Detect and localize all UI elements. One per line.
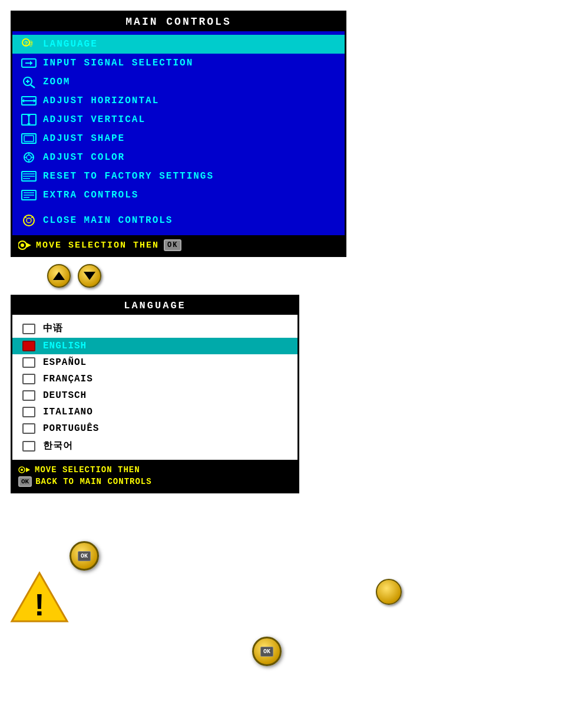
menu-item-color-label: ADJUST COLOR [43, 152, 125, 163]
svg-marker-5 [30, 61, 32, 65]
svg-line-36 [25, 216, 27, 218]
svg-point-39 [21, 243, 24, 247]
input-icon [18, 57, 39, 70]
main-controls-panel: MAIN CONTROLS ? @ LANGUAGE [11, 11, 346, 257]
arrow-up-icon [53, 272, 65, 280]
lang-icon-spanish [21, 357, 37, 368]
right-arrow-up-button[interactable] [376, 579, 402, 605]
language-icon: ? @ [18, 38, 39, 51]
lang-label-german: DEUTSCH [43, 390, 87, 401]
lang-footer-move-text: MOVE SELECTION THEN [35, 465, 140, 475]
lang-label-portuguese: PORTUGUÊS [43, 423, 99, 434]
svg-line-37 [31, 216, 33, 218]
footer-text: MOVE SELECTION THEN [36, 241, 159, 251]
arrow-down-button[interactable] [78, 264, 101, 288]
language-panel: LANGUAGE 中语 ENGLISH ESPAÑOL [11, 295, 299, 493]
lang-label-spanish: ESPAÑOL [43, 357, 87, 368]
lang-item-german[interactable]: DEUTSCH [12, 387, 297, 404]
warning-triangle-icon: ! [9, 571, 70, 624]
ok-badge: OK [164, 239, 181, 251]
svg-point-35 [27, 218, 31, 223]
menu-item-zoom-label: ZOOM [43, 77, 70, 87]
menu-item-adjust-color[interactable]: ADJUST COLOR [12, 148, 345, 167]
lang-icon-italian [21, 407, 37, 417]
arrow-down-icon [84, 272, 95, 280]
main-panel-footer: MOVE SELECTION THEN OK [12, 235, 345, 255]
bottom-ok-button[interactable]: OK [70, 541, 99, 571]
language-panel-title: LANGUAGE [12, 297, 297, 315]
svg-point-21 [27, 155, 31, 160]
lang-icon-german [21, 390, 37, 401]
lang-item-chinese[interactable]: 中语 [12, 319, 297, 338]
vert-icon [18, 113, 39, 126]
lang-icon-chinese [21, 324, 37, 334]
horiz-icon [18, 94, 39, 107]
bottom-center-ok-button[interactable]: OK [252, 637, 282, 666]
svg-text:!: ! [34, 588, 44, 622]
close-main-controls[interactable]: CLOSE MAIN CONTROLS [12, 209, 345, 232]
warning-container: ! [9, 571, 70, 627]
main-controls-title: MAIN CONTROLS [12, 12, 345, 31]
lang-label-italian: ITALIANO [43, 407, 93, 417]
menu-item-reset-factory[interactable]: RESET TO FACTORY SETTINGS [12, 167, 345, 186]
menu-divider [12, 205, 345, 209]
close-icon [18, 214, 39, 227]
lang-item-french[interactable]: FRANÇAIS [12, 371, 297, 387]
factory-icon [18, 170, 39, 183]
lang-footer-back-text: BACK TO MAIN CONTROLS [35, 477, 151, 486]
close-main-controls-label: CLOSE MAIN CONTROLS [43, 215, 173, 226]
zoom-icon [18, 75, 39, 88]
extra-icon [18, 189, 39, 202]
menu-item-adjust-vertical[interactable]: ADJUST VERTICAL [12, 110, 345, 129]
menu-item-zoom[interactable]: ZOOM [12, 73, 345, 91]
menu-item-language[interactable]: ? @ LANGUAGE [12, 35, 345, 54]
bottom-center-ok-icon: OK [260, 647, 273, 657]
menu-item-vert-label: ADJUST VERTICAL [43, 114, 146, 125]
menu-item-adjust-shape[interactable]: ADJUST SHAPE [12, 129, 345, 148]
arrow-up-button[interactable] [47, 264, 71, 288]
lang-label-french: FRANÇAIS [43, 374, 93, 384]
lang-item-portuguese[interactable]: PORTUGUÊS [12, 420, 297, 437]
lang-footer-line2: OK BACK TO MAIN CONTROLS [18, 476, 292, 487]
lang-icon-french [21, 374, 37, 384]
svg-rect-19 [24, 136, 34, 141]
language-list: 中语 ENGLISH ESPAÑOL FRANÇAIS [12, 315, 297, 460]
shape-icon [18, 132, 39, 145]
lang-icon-english [21, 341, 37, 351]
svg-point-42 [21, 469, 23, 471]
lang-item-korean[interactable]: 한국어 [12, 437, 297, 455]
bottom-ok-icon: OK [78, 551, 91, 561]
lang-label-chinese: 中语 [43, 322, 63, 335]
svg-marker-43 [26, 467, 30, 472]
menu-item-extra[interactable]: EXTRA CONTROLS [12, 186, 345, 205]
menu-item-horiz-label: ADJUST HORIZONTAL [43, 95, 159, 106]
main-menu-items: ? @ LANGUAGE INPUT SIGNAL SELECTION [12, 31, 345, 235]
lang-item-italian[interactable]: ITALIANO [12, 404, 297, 420]
menu-item-shape-label: ADJUST SHAPE [43, 133, 125, 144]
menu-item-language-label: LANGUAGE [43, 39, 98, 50]
menu-item-input-label: INPUT SIGNAL SELECTION [43, 58, 193, 68]
lang-footer-line1: MOVE SELECTION THEN [18, 465, 292, 475]
nav-arrows [47, 264, 101, 288]
ok-button-icon: OK [18, 476, 32, 487]
lang-label-english: ENGLISH [43, 341, 87, 351]
svg-marker-40 [27, 243, 31, 248]
color-icon [18, 151, 39, 164]
menu-item-adjust-horizontal[interactable]: ADJUST HORIZONTAL [12, 91, 345, 110]
svg-text:@: @ [29, 40, 34, 47]
menu-item-factory-label: RESET TO FACTORY SETTINGS [43, 171, 214, 182]
lang-icon-korean [21, 441, 37, 452]
lang-item-spanish[interactable]: ESPAÑOL [12, 354, 297, 371]
lang-icon-portuguese [21, 423, 37, 434]
lang-item-english[interactable]: ENGLISH [12, 338, 297, 354]
menu-item-extra-label: EXTRA CONTROLS [43, 190, 138, 200]
lang-label-korean: 한국어 [43, 440, 73, 452]
menu-item-input[interactable]: INPUT SIGNAL SELECTION [12, 54, 345, 73]
language-panel-footer: MOVE SELECTION THEN OK BACK TO MAIN CONT… [12, 460, 297, 492]
svg-line-7 [31, 85, 35, 88]
